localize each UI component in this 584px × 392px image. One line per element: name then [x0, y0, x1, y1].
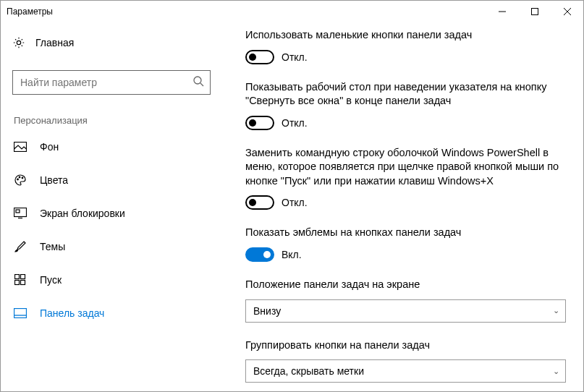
dropdown-value: Всегда, скрывать метки: [253, 365, 553, 377]
sidebar-item-colors[interactable]: Цвета: [4, 163, 222, 197]
window-title: Параметры: [7, 7, 486, 17]
svg-point-10: [22, 177, 23, 179]
svg-rect-15: [21, 275, 25, 279]
setting-powershell: Заменить командную строку оболочкой Wind…: [245, 146, 566, 210]
setting-label: Использовать маленькие кнопки панели зад…: [245, 28, 566, 43]
chevron-down-icon: ⌄: [553, 367, 559, 376]
setting-label: Заменить командную строку оболочкой Wind…: [245, 146, 566, 189]
titlebar: Параметры: [1, 1, 583, 22]
svg-point-5: [194, 77, 201, 84]
close-button[interactable]: [551, 1, 583, 22]
toggle-switch[interactable]: [245, 50, 274, 64]
sidebar-item-label: Экран блокировки: [40, 208, 125, 219]
svg-rect-14: [15, 275, 20, 279]
sidebar-item-taskbar[interactable]: Панель задач: [4, 297, 222, 330]
toggle-state-label: Вкл.: [282, 249, 302, 260]
home-nav[interactable]: Главная: [4, 28, 222, 57]
chevron-down-icon: ⌄: [553, 306, 559, 315]
sidebar-item-label: Пуск: [40, 274, 62, 286]
svg-rect-17: [21, 281, 25, 285]
sidebar-item-start[interactable]: Пуск: [4, 263, 222, 297]
setting-small-buttons: Использовать маленькие кнопки панели зад…: [245, 28, 566, 64]
sidebar-item-label: Фон: [40, 141, 59, 153]
svg-rect-1: [531, 9, 538, 15]
sidebar-item-label: Панель задач: [40, 307, 104, 319]
toggle-switch[interactable]: [245, 195, 274, 210]
sidebar-item-background[interactable]: Фон: [4, 130, 222, 163]
svg-point-9: [19, 176, 20, 178]
sidebar-item-themes[interactable]: Темы: [4, 230, 222, 263]
setting-combine-buttons: Группировать кнопки на панели задач Всег…: [245, 338, 566, 383]
gear-icon: [12, 36, 25, 49]
setting-label: Группировать кнопки на панели задач: [245, 338, 566, 353]
svg-rect-18: [14, 309, 27, 318]
setting-label: Положение панели задач на экране: [245, 278, 566, 292]
toggle-state-label: Откл.: [282, 51, 308, 63]
svg-line-6: [200, 83, 203, 86]
dropdown-position[interactable]: Внизу ⌄: [245, 299, 566, 323]
start-icon: [14, 273, 27, 286]
picture-icon: [14, 140, 27, 153]
search-input[interactable]: [20, 77, 192, 88]
dropdown-value: Внизу: [253, 305, 553, 317]
content-panel: Использовать маленькие кнопки панели зад…: [225, 22, 583, 391]
setting-peek-desktop: Показывать рабочий стол при наведении ук…: [245, 80, 566, 130]
sidebar-item-lockscreen[interactable]: Экран блокировки: [4, 197, 222, 230]
search-box[interactable]: [12, 70, 211, 95]
setting-badges: Показать эмблемы на кнопках панели задач…: [245, 226, 566, 262]
brush-icon: [14, 240, 27, 253]
svg-rect-12: [16, 210, 20, 213]
toggle-state-label: Откл.: [282, 117, 308, 129]
home-label: Главная: [35, 37, 74, 48]
setting-label: Показывать рабочий стол при наведении ук…: [245, 80, 566, 108]
dropdown-combine[interactable]: Всегда, скрывать метки ⌄: [245, 359, 566, 383]
toggle-switch[interactable]: [245, 116, 274, 130]
svg-point-4: [17, 41, 20, 44]
sidebar-item-label: Цвета: [40, 174, 68, 186]
setting-label: Показать эмблемы на кнопках панели задач: [245, 226, 566, 240]
taskbar-icon: [14, 307, 27, 320]
toggle-state-label: Откл.: [282, 197, 308, 208]
sidebar: Главная Персонализация Фон Цвета Экран б…: [1, 22, 225, 391]
maximize-button[interactable]: [518, 1, 551, 22]
palette-icon: [14, 174, 27, 187]
toggle-switch[interactable]: [245, 247, 274, 262]
search-icon: [192, 75, 204, 90]
sidebar-item-label: Темы: [40, 241, 65, 252]
minimize-button[interactable]: [486, 1, 518, 22]
section-label: Персонализация: [4, 102, 222, 130]
lockscreen-icon: [14, 207, 27, 220]
svg-rect-16: [15, 281, 20, 285]
setting-taskbar-position: Положение панели задач на экране Внизу ⌄: [245, 278, 566, 323]
svg-point-8: [17, 179, 19, 180]
